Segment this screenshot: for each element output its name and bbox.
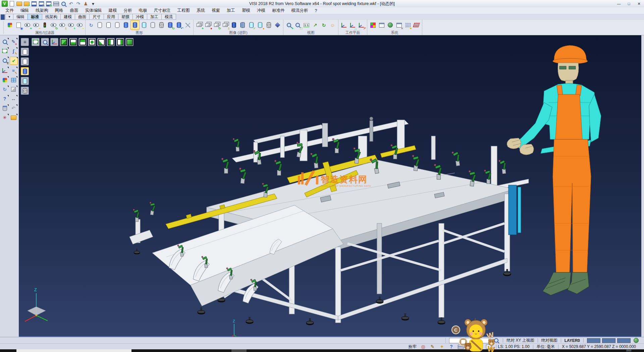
frame-select-icon[interactable] — [32, 38, 40, 46]
tab-application[interactable]: 应用 — [104, 14, 118, 20]
menu-item-file[interactable]: 文件 — [2, 7, 17, 14]
wireframe-icon[interactable] — [96, 20, 104, 30]
absolute-view-label[interactable]: 绝对视图 — [541, 338, 557, 343]
close-button[interactable]: ✕ — [634, 1, 644, 7]
shaded-icon[interactable] — [122, 20, 130, 30]
solid-view-icon[interactable] — [10, 86, 17, 93]
key-icon[interactable]: ✦ — [438, 344, 445, 349]
grid-window-icon[interactable] — [10, 76, 17, 84]
regen-all-icon[interactable]: ↶ — [175, 20, 183, 30]
strip-wireframe-icon[interactable] — [21, 48, 29, 56]
undo-icon[interactable]: ↶ — [68, 1, 74, 7]
model-viewport[interactable]: 智造资料网 INTELLIGENT MANUFACTURING DATA Z Z — [19, 35, 641, 337]
menu-item-modeling[interactable]: 建模 — [105, 7, 120, 14]
strip-hidden-icon[interactable] — [21, 57, 29, 65]
axis-indicator-icon[interactable] — [50, 38, 58, 46]
menu-item-flow-analysis[interactable]: 模流分析 — [288, 7, 312, 14]
adv-plusminus-icon[interactable]: ± — [221, 20, 229, 30]
print-icon[interactable] — [53, 1, 59, 7]
menu-item-edit[interactable]: 编辑 — [17, 7, 32, 14]
tab-stamping[interactable]: 冲模 — [132, 14, 147, 20]
layer-color-swatch[interactable] — [602, 338, 615, 343]
snap-mode-icon[interactable]: ◎ — [420, 344, 426, 349]
eye-refresh-icon[interactable]: ↻ — [49, 20, 58, 30]
view-cube-iso-icon[interactable] — [60, 38, 68, 46]
tab-wireframe[interactable]: 线架构 — [42, 14, 61, 20]
menu-item-electrode[interactable]: 电极 — [136, 7, 151, 14]
hidden-dashed-icon[interactable] — [113, 20, 121, 30]
tab-dimension[interactable]: 尺寸 — [89, 14, 104, 20]
visi-logo[interactable]: V — [1, 1, 8, 7]
layer-color-swatch[interactable] — [587, 338, 600, 343]
select-frame-icon[interactable] — [1, 47, 8, 55]
tab-machining[interactable]: 加工 — [147, 14, 162, 20]
menu-item-mold[interactable]: 塑模 — [238, 7, 254, 14]
view-list-icon[interactable]: ≡ — [21, 38, 29, 46]
menu-item-dimension[interactable]: 尺寸标注 — [151, 7, 174, 14]
menu-item-mesh[interactable]: 网格 — [52, 7, 67, 14]
view-cube-left-icon[interactable] — [107, 38, 115, 46]
eye-minus-icon[interactable]: − — [75, 20, 84, 30]
strip-shaded-icon[interactable] — [21, 67, 29, 75]
import-folder-icon[interactable]: ↗ — [23, 1, 30, 7]
view-cube-solid-icon[interactable] — [125, 38, 133, 46]
open-folder-icon[interactable] — [16, 1, 22, 7]
menu-item-solid-edit[interactable]: 实体编辑 — [82, 7, 105, 14]
save-sync-icon[interactable]: ↻ — [46, 1, 52, 7]
redraw-icon[interactable]: ↻ — [87, 20, 95, 30]
eye-remove-icon[interactable]: − — [32, 20, 40, 30]
view-cube-front-icon[interactable] — [88, 38, 96, 46]
menu-item-system[interactable]: 系统 — [193, 7, 208, 14]
curve-edit-icon[interactable]: ≈✎ — [10, 67, 17, 74]
system-config-icon[interactable] — [386, 20, 394, 30]
shaded-edges-icon[interactable] — [130, 20, 140, 30]
spline-edit-icon[interactable]: ∫✎ — [10, 47, 17, 55]
attr-palette-icon[interactable] — [6, 20, 14, 30]
new-doc-icon[interactable] — [9, 1, 15, 7]
preview-icon[interactable] — [60, 1, 67, 7]
adv-solid-icon[interactable] — [273, 20, 282, 30]
regen-icon[interactable]: ↻ — [166, 20, 174, 30]
tab-surface[interactable]: 曲面 — [75, 14, 90, 20]
color-table-icon[interactable] — [369, 20, 377, 30]
attributes-dialog-icon[interactable] — [377, 20, 386, 30]
save-as-icon[interactable]: ✎ — [38, 1, 45, 7]
edit-mode-icon[interactable]: ✎ — [429, 344, 436, 349]
units-label[interactable]: 单位: 毫米 — [537, 344, 555, 350]
menu-item-window[interactable]: 视窗 — [208, 7, 223, 14]
history-icon[interactable]: ♟ — [83, 1, 89, 7]
transparent-icon[interactable] — [140, 20, 148, 30]
view-shade-face-icon[interactable]: ☺ — [328, 20, 337, 30]
flat-shade-icon[interactable] — [149, 20, 157, 30]
adv-shaded-icon[interactable] — [230, 20, 238, 30]
strip-transparent-icon[interactable] — [21, 77, 29, 85]
tab-dropdown-button[interactable]: ▼ — [5, 14, 13, 20]
attr-copy-icon[interactable]: ◉ — [14, 20, 23, 30]
hatch-shade-icon[interactable] — [157, 20, 166, 30]
open-file-icon[interactable] — [10, 114, 17, 121]
zoom-window-icon[interactable]: □ — [293, 20, 302, 30]
menu-item-surface[interactable]: 曲面 — [67, 7, 82, 14]
confirm-icon[interactable]: ✔ — [10, 57, 18, 65]
menu-item-analysis[interactable]: 分析 — [120, 7, 136, 14]
save-icon[interactable] — [31, 1, 37, 7]
adv-filter-icon[interactable]: ● — [204, 20, 212, 30]
layer-color-swatch[interactable] — [617, 338, 631, 343]
adv-striped-icon[interactable] — [238, 20, 247, 30]
tab-standard[interactable]: 标准 — [28, 14, 42, 20]
workplane-move-icon[interactable]: ↔ — [348, 20, 357, 30]
workplane-icon[interactable] — [340, 20, 348, 30]
adv-refresh-icon[interactable]: ↻ — [212, 20, 221, 30]
tab-flow[interactable]: 模流 — [161, 14, 176, 20]
view-cube-bottom-icon[interactable] — [69, 38, 77, 46]
adv-add-icon[interactable]: + — [195, 20, 203, 30]
menu-item-help[interactable]: ? — [312, 8, 321, 13]
strip-hatch-icon[interactable] — [21, 87, 29, 95]
regen-view-icon[interactable]: ↻ — [1, 86, 8, 93]
taskbar-open-app[interactable] — [16, 349, 131, 352]
zoom-fly-icon[interactable] — [41, 38, 49, 46]
view-rotate-icon[interactable]: ↻ — [320, 20, 328, 30]
menu-item-wireframe[interactable]: 线架构 — [32, 7, 52, 14]
menu-item-stamping[interactable]: 冲模 — [254, 7, 269, 14]
menu-item-standard-parts[interactable]: 标准件 — [269, 7, 288, 14]
